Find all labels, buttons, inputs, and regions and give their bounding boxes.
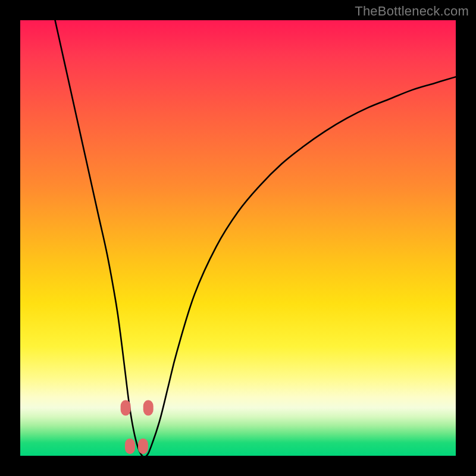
watermark-text: TheBottleneck.com bbox=[355, 4, 469, 19]
curve-marker bbox=[121, 400, 131, 415]
curve-svg bbox=[20, 20, 456, 456]
curve-marker bbox=[125, 439, 135, 454]
chart-frame: TheBottleneck.com bbox=[0, 0, 476, 476]
curve-marker bbox=[138, 439, 148, 454]
plot-area bbox=[20, 20, 456, 456]
curve-marker bbox=[143, 400, 154, 415]
bottleneck-curve bbox=[55, 20, 456, 456]
